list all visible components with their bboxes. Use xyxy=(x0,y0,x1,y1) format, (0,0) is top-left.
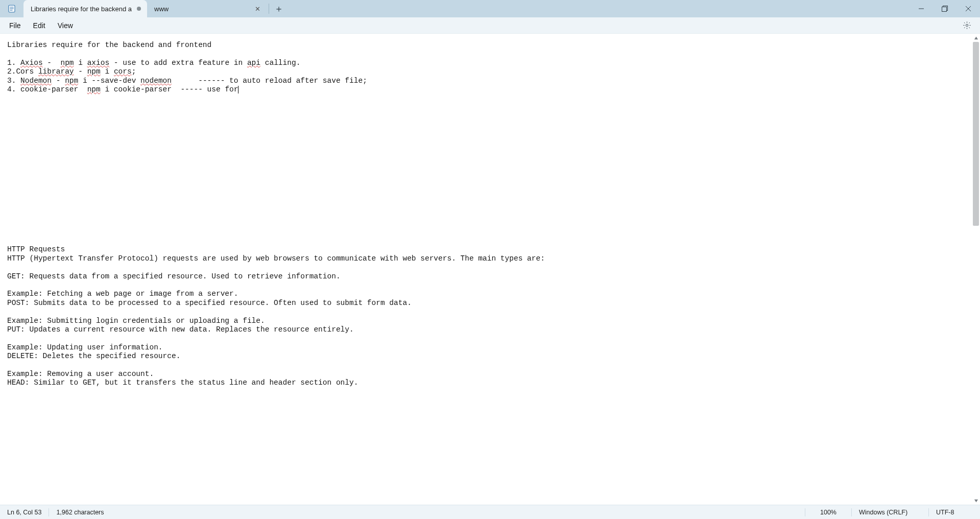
maximize-button[interactable] xyxy=(933,0,957,17)
text-line: 1. Axios - npm i axios - use to add extr… xyxy=(7,59,300,67)
scrollbar-track[interactable] xyxy=(972,42,980,497)
status-cursor-position[interactable]: Ln 6, Col 53 xyxy=(0,505,49,519)
text-line: Libraries require for the backend and fr… xyxy=(7,41,211,49)
menubar: File Edit View xyxy=(0,17,980,34)
tab-separator xyxy=(269,4,269,14)
text-line: HTTP Requests xyxy=(7,245,65,253)
menu-edit[interactable]: Edit xyxy=(27,19,52,32)
menu-view[interactable]: View xyxy=(52,19,79,32)
text-line: 4. cookie-parser npm i cookie-parser ---… xyxy=(7,85,238,93)
tab-libraries[interactable]: Libraries require for the backend a xyxy=(23,0,147,17)
statusbar: Ln 6, Col 53 1,962 characters 100% Windo… xyxy=(0,505,980,519)
tab-label: Libraries require for the backend a xyxy=(31,5,132,13)
editor-area[interactable]: Libraries require for the backend and fr… xyxy=(0,34,980,505)
text-line: Example: Fetching a web page or image fr… xyxy=(7,290,238,298)
scrollbar-thumb[interactable] xyxy=(973,42,979,226)
new-tab-button[interactable]: ＋ xyxy=(270,0,288,17)
status-line-ending[interactable]: Windows (CRLF) xyxy=(852,505,928,519)
scroll-up-icon[interactable] xyxy=(972,34,980,42)
text-line: Example: Removing a user account. xyxy=(7,370,154,378)
close-icon[interactable]: ✕ xyxy=(253,5,261,13)
text-caret xyxy=(238,86,238,93)
tab-www[interactable]: www ✕ xyxy=(147,0,268,17)
text-line: HEAD: Similar to GET, but it transfers t… xyxy=(7,379,358,387)
text-line: 2.Cors libraray - npm i cors; xyxy=(7,67,136,76)
svg-rect-6 xyxy=(942,7,947,12)
dirty-dot-icon xyxy=(137,7,141,11)
text-line: POST: Submits data to be processed to a … xyxy=(7,299,412,307)
status-encoding[interactable]: UTF-8 xyxy=(929,505,980,519)
scroll-down-icon[interactable] xyxy=(972,497,980,505)
close-window-button[interactable] xyxy=(957,0,980,17)
notepad-app-icon xyxy=(0,0,23,17)
tab-label: www xyxy=(154,5,248,13)
window-controls xyxy=(910,0,980,17)
svg-point-9 xyxy=(966,24,968,26)
editor-content[interactable]: Libraries require for the backend and fr… xyxy=(0,34,980,395)
status-char-count: 1,962 characters xyxy=(49,505,111,519)
text-line: HTTP (Hypertext Transfer Protocol) reque… xyxy=(7,254,545,263)
status-zoom[interactable]: 100% xyxy=(805,505,851,519)
text-line: PUT: Updates a current resource with new… xyxy=(7,325,354,334)
text-line: Example: Updating user information. xyxy=(7,343,163,351)
text-line: GET: Requests data from a specified reso… xyxy=(7,272,341,280)
text-line: DELETE: Deletes the specified resource. xyxy=(7,352,180,360)
titlebar: Libraries require for the backend a www … xyxy=(0,0,980,17)
vertical-scrollbar[interactable] xyxy=(972,34,980,505)
settings-button[interactable] xyxy=(960,18,974,33)
menu-file[interactable]: File xyxy=(3,19,27,32)
gear-icon xyxy=(963,21,971,30)
minimize-button[interactable] xyxy=(910,0,933,17)
text-line: Example: Submitting login credentials or… xyxy=(7,317,265,325)
text-line: 3. Nodemon - npm i --save-dev nodemon --… xyxy=(7,77,367,85)
